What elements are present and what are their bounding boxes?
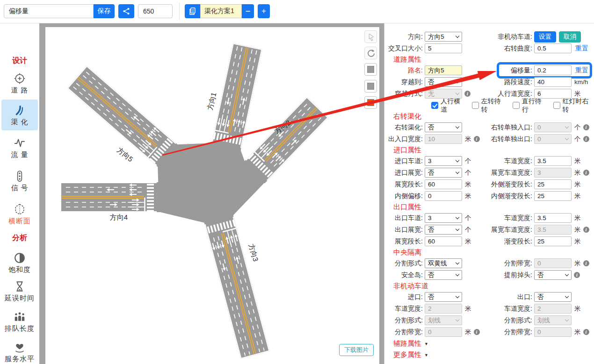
field-input[interactable]: 60 <box>425 179 462 189</box>
field-select[interactable]: 否 <box>425 225 462 235</box>
checkbox-box[interactable] <box>513 102 520 109</box>
add-plan-button[interactable]: + <box>258 4 270 18</box>
field-select[interactable]: 否 <box>534 270 572 280</box>
save-button[interactable]: 保存 <box>94 4 115 18</box>
checkbox-box[interactable] <box>553 102 560 109</box>
field-input[interactable]: 40 <box>534 77 572 87</box>
sidebar-item-label: 排队长度 <box>5 324 35 333</box>
sidebar-item-label: 信 号 <box>11 184 28 193</box>
field-label: 偏移量: <box>476 66 534 75</box>
cancel-button[interactable]: 取消 <box>559 31 581 43</box>
field-select[interactable]: 否 <box>425 122 462 132</box>
field-input[interactable]: 3.5 <box>534 156 572 166</box>
road-arm[interactable] <box>60 182 160 212</box>
canvas-tool-orange-swatch[interactable] <box>364 96 377 109</box>
sidebar-header-design: 设计 <box>0 56 39 66</box>
sidebar-item[interactable]: 排队长度 <box>0 309 39 335</box>
field-label: 出口展宽: <box>384 226 425 234</box>
field-label: 出入口宽度: <box>384 135 425 143</box>
field-input[interactable]: 5 <box>425 43 462 53</box>
sidebar-item[interactable]: 道 路 <box>0 71 39 97</box>
road-arm[interactable] <box>211 43 262 151</box>
unit-label: 米 <box>465 237 471 246</box>
copy-plan-button[interactable] <box>185 4 200 18</box>
field-input[interactable]: 方向5 <box>425 65 462 75</box>
field-r: 人行道宽度:6米 <box>476 89 594 99</box>
sidebar-item[interactable]: 延误时间 <box>0 278 39 305</box>
field-input[interactable]: 0.2 <box>534 65 572 75</box>
share-button[interactable] <box>118 4 134 18</box>
field-select[interactable]: 3 <box>425 156 462 166</box>
field-input[interactable]: 25 <box>534 236 572 246</box>
field-label: 出口: <box>476 293 534 301</box>
collapsible-section[interactable]: 更多属性▼ <box>384 349 594 360</box>
collapsible-section[interactable]: 辅路属性▼ <box>384 338 594 349</box>
field-l: 出口车道:3个 <box>384 213 476 223</box>
road-arm[interactable] <box>243 97 328 183</box>
field-select[interactable]: 否 <box>425 292 462 302</box>
field-label: 路段速度: <box>476 78 534 86</box>
field-l: 展宽段长:60米 <box>384 236 476 246</box>
field-input[interactable]: 0 <box>425 191 462 201</box>
reset-link[interactable]: 重置 <box>575 66 588 75</box>
field-select[interactable]: 3 <box>425 213 462 223</box>
canvas-tool-gray-swatch[interactable] <box>364 63 377 76</box>
remove-plan-button[interactable]: − <box>242 4 254 18</box>
orange-swatch <box>367 99 374 106</box>
chevron-down-icon <box>456 158 459 162</box>
delay-icon <box>14 280 26 293</box>
reset-link[interactable]: 重置 <box>575 44 588 53</box>
set-button[interactable]: 设置 <box>534 31 556 43</box>
scheme-name-input[interactable] <box>4 4 94 18</box>
sidebar-item[interactable]: 信 号 <box>0 168 39 194</box>
field-select[interactable]: 双黄线 <box>425 258 462 268</box>
field-select[interactable]: 否 <box>425 270 462 280</box>
field-r: 右转单独入口:0个i <box>476 122 594 132</box>
download-image-button[interactable]: 下载图片 <box>339 344 374 356</box>
cross-section-icon <box>14 203 26 215</box>
canvas-size-input[interactable] <box>138 4 173 18</box>
unit-label: 米 <box>465 328 471 336</box>
field-input[interactable]: 6 <box>534 89 572 99</box>
intersection-drawing[interactable]: 方向1方向2方向3方向4方向5 <box>45 27 379 364</box>
sidebar-item[interactable]: 饱和度 <box>0 250 39 276</box>
signal-icon <box>14 170 26 182</box>
unit-label: 米 <box>465 305 471 313</box>
chevron-down-icon <box>456 34 459 38</box>
field-l: 出入口宽度:10米i <box>384 134 476 144</box>
field-input[interactable]: 25 <box>534 191 572 201</box>
sidebar-item[interactable]: 服务水平 <box>0 339 39 364</box>
field-input[interactable]: 25 <box>534 179 572 189</box>
chevron-down-icon <box>456 91 459 95</box>
field-select[interactable]: 方向5 <box>425 32 462 42</box>
chevron-down-icon <box>565 318 569 321</box>
panel-row: 右转渠化:否右转单独入口:0个i <box>384 121 594 133</box>
section-header: 道路属性 <box>384 54 594 64</box>
canvas-tool-pointer[interactable] <box>364 30 377 43</box>
field-select: 划线 <box>534 315 572 325</box>
field-input[interactable]: 3.5 <box>534 213 572 223</box>
canvas-tool-rotate[interactable] <box>364 47 377 59</box>
drawing-canvas[interactable]: 方向1方向2方向3方向4方向5 下载图片 <box>45 27 379 364</box>
sidebar-item[interactable]: 流 量 <box>0 135 39 161</box>
chevron-down-icon: ▼ <box>424 342 428 346</box>
select-value: 否 <box>428 169 435 177</box>
panel-row: 分割形式:划线分割形式:划线 <box>384 314 594 326</box>
panel-row: 出入口宽度:10米i右转单独出口:0个i <box>384 133 594 145</box>
field-select[interactable]: 否 <box>425 77 462 87</box>
field-select[interactable]: 否 <box>425 168 462 178</box>
field-input[interactable]: 0.5 <box>534 43 572 53</box>
road-label: 方向3 <box>247 243 260 263</box>
sidebar-item[interactable]: 横断面 <box>0 201 39 228</box>
field-input[interactable]: 60 <box>425 236 462 246</box>
select-value: 否 <box>428 293 435 301</box>
checkbox-box[interactable] <box>431 102 438 109</box>
canvas-tool-gray-swatch[interactable] <box>364 80 377 93</box>
field-l: 分割带宽:0米i <box>384 327 476 337</box>
plan-name-input[interactable] <box>200 4 242 18</box>
sidebar-item[interactable]: 渠 化 <box>1 100 38 130</box>
field-r: 展宽车道宽度:3米i <box>476 168 594 178</box>
road-arm[interactable] <box>204 213 270 359</box>
checkbox-box[interactable] <box>472 102 479 109</box>
field-select[interactable]: 否 <box>534 292 572 302</box>
